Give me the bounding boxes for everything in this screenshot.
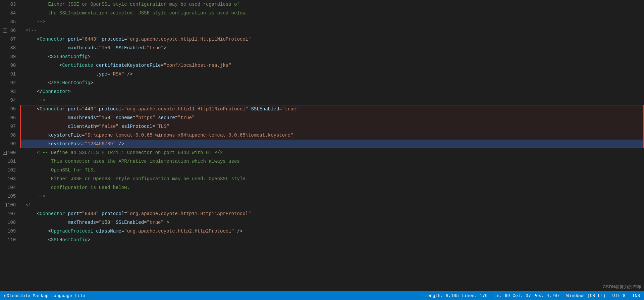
line-number: 101: [3, 157, 16, 166]
code-line: -->: [20, 17, 644, 26]
code-line: <Connector port="8443" protocol="org.apa…: [20, 209, 644, 218]
watermark: CSDN@努力的布布: [603, 284, 641, 290]
line-number: 94: [3, 96, 16, 105]
line-ending: Windows (CR LF): [567, 293, 606, 298]
code-line: <Connector port="443" protocol="org.apac…: [20, 105, 644, 113]
ins-mode: INS: [632, 293, 640, 298]
code-line: </SSLHostConfig>: [20, 79, 644, 87]
line-numbers: 838485-8687888990919293949596979899-1001…: [0, 0, 20, 291]
code-line: <UpgradeProtocol className="org.apache.c…: [20, 227, 644, 236]
line-number: 108: [3, 218, 16, 227]
line-number: 99: [3, 140, 16, 148]
line-number: 110: [3, 236, 16, 244]
status-left: eXtensible Markup Language file: [4, 293, 85, 298]
code-container: 838485-8687888990919293949596979899-1001…: [0, 0, 644, 291]
code-line: -->: [20, 96, 644, 105]
charset: UTF-8: [612, 293, 626, 298]
line-number: 96: [3, 113, 16, 122]
code-line: <!--: [20, 201, 644, 209]
line-number: 84: [3, 9, 16, 17]
code-line: </Connector>: [20, 87, 644, 96]
line-number: 97: [3, 122, 16, 131]
file-info: length: 8,105 lines: 176: [425, 293, 487, 298]
line-number: 92: [3, 79, 16, 87]
code-line: OpenSSL for TLS.: [20, 166, 644, 174]
line-number: 93: [3, 87, 16, 96]
code-line: Either JSSE or OpenSSL style configurati…: [20, 174, 644, 183]
line-number: 105: [3, 192, 16, 201]
lines-wrapper: Either JSSE or OpenSSL style configurati…: [20, 0, 644, 244]
code-line: -->: [20, 192, 644, 201]
line-number: 98: [3, 131, 16, 140]
code-line: keystorePass="123456789" />: [20, 140, 644, 148]
line-number: 107: [3, 209, 16, 218]
line-number: 103: [3, 174, 16, 183]
code-line: type="RSA" />: [20, 70, 644, 79]
line-number: 104: [3, 183, 16, 192]
code-line: <!--: [20, 26, 644, 35]
code-line: configuration is used below.: [20, 183, 644, 192]
line-number: -86: [3, 26, 16, 35]
line-number: -100: [3, 148, 16, 157]
line-number: 87: [3, 35, 16, 44]
line-number: 89: [3, 52, 16, 61]
line-number: 85: [3, 17, 16, 26]
code-line: keystoreFile="D:\apache-tomcat-9.0.65-wi…: [20, 131, 644, 140]
cursor-pos: Ln: 99 Col: 37 Pos: 4,707: [494, 293, 560, 298]
code-lines: Either JSSE or OpenSSL style configurati…: [20, 0, 644, 291]
fold-icon[interactable]: -: [3, 151, 7, 155]
line-number: 91: [3, 70, 16, 79]
line-number: 95: [3, 105, 16, 113]
code-line: <Connector port="8443" protocol="org.apa…: [20, 35, 644, 44]
line-number: 88: [3, 44, 16, 52]
file-type: eXtensible Markup Language file: [4, 293, 85, 298]
code-line: <Certificate certificateKeystoreFile="co…: [20, 61, 644, 70]
status-right: length: 8,105 lines: 176 Ln: 99 Col: 37 …: [425, 293, 640, 298]
code-line: <SSLHostConfig>: [20, 52, 644, 61]
fold-icon[interactable]: -: [3, 203, 7, 207]
code-line: the SSLImplementation selected. JSSE sty…: [20, 9, 644, 17]
code-line: maxThreads="150" SSLEnabled="true">: [20, 44, 644, 52]
code-line: clientAuth="false" sslProtocol="TLS": [20, 122, 644, 131]
code-line: maxThreads="150" SSLEnabled="true" >: [20, 218, 644, 227]
line-number: 90: [3, 61, 16, 70]
line-number: 102: [3, 166, 16, 174]
line-number: 109: [3, 227, 16, 236]
editor-area: 838485-8687888990919293949596979899-1001…: [0, 0, 644, 291]
code-line: Either JSSE or OpenSSL style configurati…: [20, 0, 644, 9]
fold-icon[interactable]: -: [3, 29, 7, 33]
code-line: This connector uses the APR/native imple…: [20, 157, 644, 166]
line-number: -106: [3, 201, 16, 209]
code-line: <!-- Define an SSL/TLS HTTP/1.1 Connecto…: [20, 148, 644, 157]
code-line: <SSLHostConfig>: [20, 236, 644, 244]
status-bar: eXtensible Markup Language file length: …: [0, 291, 644, 300]
line-number: 83: [3, 0, 16, 9]
code-line: maxThreads="150" scheme="https" secure="…: [20, 113, 644, 122]
